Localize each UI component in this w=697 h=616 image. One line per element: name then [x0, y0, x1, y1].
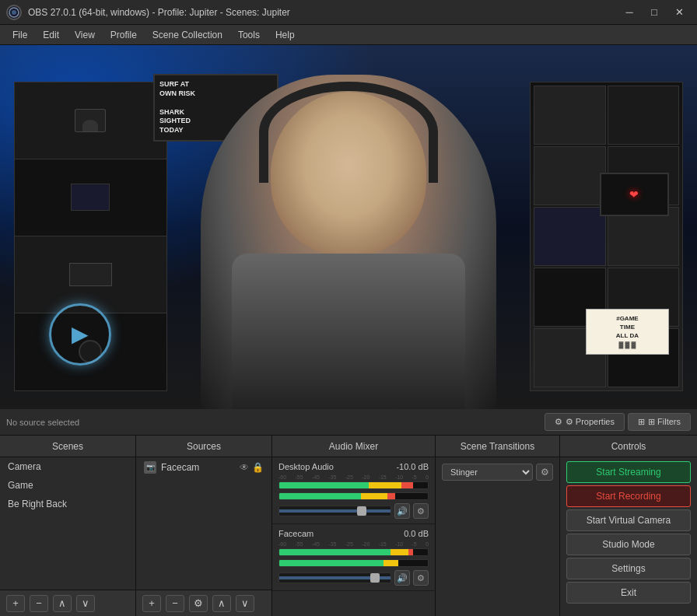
- transitions-header: Scene Transitions: [436, 436, 559, 457]
- app-logo: [6, 5, 22, 20]
- video-capture-icon: 📷: [144, 461, 156, 474]
- sources-properties-button[interactable]: ⚙: [189, 595, 208, 612]
- menu-bar: File Edit View Profile Scene Collection …: [0, 25, 697, 45]
- menu-edit[interactable]: Edit: [35, 28, 67, 42]
- transition-select[interactable]: Stinger Cut Fade Swipe Slide Fade to Col…: [442, 464, 533, 481]
- studio-mode-button[interactable]: Studio Mode: [566, 534, 691, 555]
- start-streaming-button[interactable]: Start Streaming: [566, 461, 691, 483]
- audio-track-facecam: Facecam 0.0 dB -60-55-45-35-25-20-15-10-…: [272, 524, 435, 591]
- no-source-label: No source selected: [6, 418, 541, 427]
- scene-item-camera[interactable]: Camera: [0, 457, 135, 476]
- scene-item-game[interactable]: Game: [0, 476, 135, 495]
- facecam-audio-settings-button[interactable]: ⚙: [413, 570, 429, 586]
- menu-tools[interactable]: Tools: [230, 28, 268, 42]
- transition-settings-button[interactable]: ⚙: [536, 464, 553, 481]
- desktop-audio-meter-fill: [279, 482, 428, 488]
- controls-panel: Controls Start Streaming Start Recording…: [560, 436, 697, 616]
- scenes-remove-button[interactable]: −: [30, 595, 48, 612]
- facecam-audio-meter-2: [278, 559, 429, 567]
- properties-button[interactable]: ⚙ ⚙ Properties: [545, 413, 625, 431]
- sources-footer: + − ⚙ ∧ ∨: [136, 590, 271, 616]
- sources-list: 📷 Facecam 👁 🔒: [136, 457, 271, 590]
- source-bar: No source selected ⚙ ⚙ Properties ⊞ ⊞ Fi…: [0, 409, 697, 436]
- scenes-add-button[interactable]: +: [6, 595, 25, 612]
- title-bar: OBS 27.0.1 (64-bit, windows) - Profile: …: [0, 0, 697, 25]
- filters-button[interactable]: ⊞ ⊞ Filters: [628, 413, 691, 431]
- scenes-move-down-button[interactable]: ∨: [76, 595, 95, 612]
- maximize-button[interactable]: □: [643, 5, 666, 20]
- start-virtual-camera-button[interactable]: Start Virtual Camera: [566, 509, 691, 531]
- menu-profile[interactable]: Profile: [103, 28, 145, 42]
- source-item-facecam[interactable]: 📷 Facecam 👁 🔒: [136, 457, 271, 478]
- scenes-header: Scenes: [0, 436, 135, 457]
- sources-move-down-button[interactable]: ∨: [236, 595, 254, 612]
- source-controls: 👁 🔒: [240, 462, 264, 473]
- scene-prop-gametime-sign: #GAMETIMEALL DA▓ ▓ ▓: [586, 309, 670, 355]
- sources-header: Sources: [136, 436, 271, 457]
- desktop-audio-mute-button[interactable]: 🔊: [394, 503, 410, 519]
- scene-transitions-panel: Scene Transitions Stinger Cut Fade Swipe…: [436, 436, 560, 616]
- source-label: Facecam: [161, 462, 199, 473]
- scene-prop-pixel-display: ❤: [600, 173, 670, 216]
- gear-icon: ⚙: [555, 417, 562, 427]
- window-controls: ─ □ ✕: [618, 5, 691, 20]
- desktop-audio-db: -10.0 dB: [396, 462, 429, 471]
- filter-icon: ⊞: [638, 417, 645, 427]
- sources-remove-button[interactable]: −: [166, 595, 184, 612]
- desktop-audio-settings-button[interactable]: ⚙: [413, 503, 429, 519]
- desktop-audio-meter: [278, 481, 429, 489]
- transitions-content: Stinger Cut Fade Swipe Slide Fade to Col…: [436, 457, 559, 616]
- scenes-move-up-button[interactable]: ∧: [53, 595, 72, 612]
- menu-help[interactable]: Help: [268, 28, 303, 42]
- facecam-audio-mute-button[interactable]: 🔊: [394, 570, 410, 586]
- facecam-audio-fader-row: 🔊 ⚙: [278, 570, 429, 586]
- facecam-audio-fader[interactable]: [278, 572, 391, 583]
- scenes-list: Camera Game Be Right Back: [0, 457, 135, 590]
- menu-file[interactable]: File: [5, 28, 35, 42]
- desktop-audio-fader[interactable]: [278, 506, 391, 516]
- preview-canvas[interactable]: SURF ATOWN RISKSHARKSIGHTEDTODAY ▶: [0, 45, 697, 409]
- minimize-button[interactable]: ─: [618, 5, 641, 20]
- sources-move-up-button[interactable]: ∧: [212, 595, 231, 612]
- audio-track-desktop: Desktop Audio -10.0 dB -60-55-45-35-25-2…: [272, 457, 435, 524]
- start-recording-button[interactable]: Start Recording: [566, 485, 691, 507]
- audio-track-desktop-header: Desktop Audio -10.0 dB: [278, 462, 429, 471]
- menu-view[interactable]: View: [67, 28, 103, 42]
- window-title: OBS 27.0.1 (64-bit, windows) - Profile: …: [28, 7, 618, 18]
- scene-prop-person: [201, 75, 496, 409]
- preview-area: SURF ATOWN RISKSHARKSIGHTEDTODAY ▶: [0, 45, 697, 409]
- source-visibility-button[interactable]: 👁: [240, 462, 249, 473]
- sources-add-button[interactable]: +: [142, 595, 161, 612]
- scenes-panel: Scenes Camera Game Be Right Back + − ∧ ∨: [0, 436, 136, 616]
- exit-button[interactable]: Exit: [566, 582, 691, 604]
- source-lock-button[interactable]: 🔒: [252, 462, 264, 473]
- desktop-audio-meter-2: [278, 492, 429, 500]
- bottom-panel: Scenes Camera Game Be Right Back + − ∧ ∨…: [0, 436, 697, 616]
- scene-prop-neon-circle: ▶: [49, 303, 111, 366]
- audio-mixer-header: Audio Mixer: [272, 436, 435, 457]
- scenes-footer: + − ∧ ∨: [0, 590, 135, 616]
- desktop-audio-fader-row: 🔊 ⚙: [278, 503, 429, 519]
- desktop-audio-label: Desktop Audio: [278, 462, 334, 471]
- audio-mixer-panel: Audio Mixer Desktop Audio -10.0 dB -60-5…: [272, 436, 436, 616]
- scene-item-be-right-back[interactable]: Be Right Back: [0, 495, 135, 513]
- facecam-audio-db: 0.0 dB: [404, 529, 429, 538]
- svg-point-1: [12, 10, 16, 15]
- sources-panel: Sources 📷 Facecam 👁 🔒 + − ⚙ ∧ ∨: [136, 436, 272, 616]
- close-button[interactable]: ✕: [667, 5, 691, 20]
- menu-scene-collection[interactable]: Scene Collection: [145, 28, 230, 42]
- controls-header: Controls: [560, 436, 697, 457]
- settings-button[interactable]: Settings: [566, 558, 691, 579]
- facecam-audio-meter: [278, 548, 429, 556]
- audio-mixer-content: Desktop Audio -10.0 dB -60-55-45-35-25-2…: [272, 457, 435, 616]
- facecam-audio-label: Facecam: [278, 529, 313, 538]
- transition-select-row: Stinger Cut Fade Swipe Slide Fade to Col…: [436, 457, 559, 487]
